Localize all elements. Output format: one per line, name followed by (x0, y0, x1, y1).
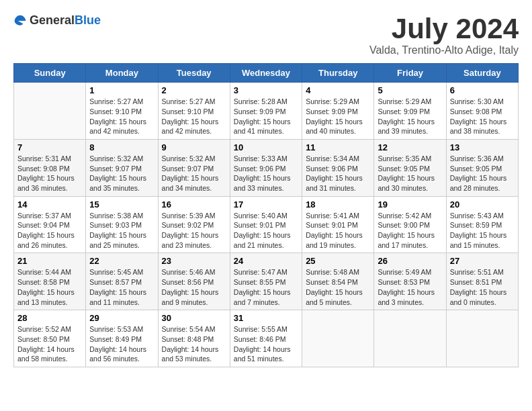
day-cell: 17Sunrise: 5:40 AM Sunset: 9:01 PM Dayli… (230, 196, 302, 253)
day-cell: 27Sunrise: 5:51 AM Sunset: 8:51 PM Dayli… (446, 253, 518, 310)
day-number: 21 (17, 256, 82, 266)
day-cell: 18Sunrise: 5:41 AM Sunset: 9:01 PM Dayli… (302, 196, 374, 253)
day-cell: 4Sunrise: 5:29 AM Sunset: 9:09 PM Daylig… (302, 83, 374, 140)
day-info: Sunrise: 5:45 AM Sunset: 8:57 PM Dayligh… (89, 267, 154, 307)
day-info: Sunrise: 5:32 AM Sunset: 9:07 PM Dayligh… (89, 154, 154, 193)
day-info: Sunrise: 5:41 AM Sunset: 9:01 PM Dayligh… (306, 211, 370, 250)
day-info: Sunrise: 5:44 AM Sunset: 8:58 PM Dayligh… (17, 267, 82, 307)
day-number: 1 (89, 85, 154, 95)
day-info: Sunrise: 5:49 AM Sunset: 8:53 PM Dayligh… (378, 267, 442, 307)
day-cell: 24Sunrise: 5:47 AM Sunset: 8:55 PM Dayli… (230, 253, 302, 310)
day-number: 3 (234, 85, 298, 95)
day-number: 7 (17, 142, 82, 152)
week-row-4: 21Sunrise: 5:44 AM Sunset: 8:58 PM Dayli… (14, 253, 519, 310)
day-info: Sunrise: 5:36 AM Sunset: 9:05 PM Dayligh… (450, 154, 515, 193)
day-info: Sunrise: 5:29 AM Sunset: 9:09 PM Dayligh… (378, 97, 442, 136)
day-info: Sunrise: 5:37 AM Sunset: 9:04 PM Dayligh… (17, 211, 82, 250)
day-cell: 8Sunrise: 5:32 AM Sunset: 9:07 PM Daylig… (86, 139, 158, 196)
title-area: July 2024 Valda, Trentino-Alto Adige, It… (369, 13, 519, 56)
day-info: Sunrise: 5:33 AM Sunset: 9:06 PM Dayligh… (234, 154, 298, 193)
day-number: 17 (234, 199, 298, 210)
day-info: Sunrise: 5:53 AM Sunset: 8:49 PM Dayligh… (89, 324, 154, 364)
day-cell: 11Sunrise: 5:34 AM Sunset: 9:06 PM Dayli… (302, 139, 374, 196)
day-header-friday: Friday (374, 64, 446, 83)
day-header-thursday: Thursday (302, 64, 374, 83)
header-row: SundayMondayTuesdayWednesdayThursdayFrid… (14, 64, 519, 83)
day-info: Sunrise: 5:39 AM Sunset: 9:02 PM Dayligh… (162, 211, 226, 250)
week-row-3: 14Sunrise: 5:37 AM Sunset: 9:04 PM Dayli… (14, 196, 519, 253)
day-info: Sunrise: 5:43 AM Sunset: 8:59 PM Dayligh… (450, 211, 515, 250)
day-number: 24 (234, 256, 298, 266)
day-cell (446, 310, 518, 367)
day-info: Sunrise: 5:42 AM Sunset: 9:00 PM Dayligh… (378, 211, 442, 250)
day-number: 20 (450, 199, 515, 210)
day-cell (374, 310, 446, 367)
day-cell: 19Sunrise: 5:42 AM Sunset: 9:00 PM Dayli… (374, 196, 446, 253)
day-info: Sunrise: 5:34 AM Sunset: 9:06 PM Dayligh… (306, 154, 370, 193)
day-cell: 1Sunrise: 5:27 AM Sunset: 9:10 PM Daylig… (86, 83, 158, 140)
day-cell: 9Sunrise: 5:32 AM Sunset: 9:07 PM Daylig… (158, 139, 230, 196)
day-number: 26 (378, 256, 442, 266)
day-number: 2 (162, 85, 226, 95)
day-cell (302, 310, 374, 367)
day-cell: 16Sunrise: 5:39 AM Sunset: 9:02 PM Dayli… (158, 196, 230, 253)
logo-general: General (30, 13, 75, 27)
day-number: 15 (89, 199, 154, 210)
day-number: 10 (234, 142, 298, 152)
day-number: 31 (234, 313, 298, 323)
day-number: 18 (306, 199, 370, 210)
day-info: Sunrise: 5:46 AM Sunset: 8:56 PM Dayligh… (162, 267, 226, 307)
day-cell: 13Sunrise: 5:36 AM Sunset: 9:05 PM Dayli… (446, 139, 518, 196)
week-row-2: 7Sunrise: 5:31 AM Sunset: 9:08 PM Daylig… (14, 139, 519, 196)
day-number: 23 (162, 256, 226, 266)
day-number: 8 (89, 142, 154, 152)
day-cell: 12Sunrise: 5:35 AM Sunset: 9:05 PM Dayli… (374, 139, 446, 196)
day-header-sunday: Sunday (14, 64, 86, 83)
day-cell: 28Sunrise: 5:52 AM Sunset: 8:50 PM Dayli… (14, 310, 86, 367)
day-cell: 21Sunrise: 5:44 AM Sunset: 8:58 PM Dayli… (14, 253, 86, 310)
day-number: 30 (162, 313, 226, 323)
week-row-1: 1Sunrise: 5:27 AM Sunset: 9:10 PM Daylig… (14, 83, 519, 140)
day-cell: 22Sunrise: 5:45 AM Sunset: 8:57 PM Dayli… (86, 253, 158, 310)
location-title: Valda, Trentino-Alto Adige, Italy (369, 44, 519, 56)
logo: GeneralBlue (13, 13, 101, 28)
day-cell: 10Sunrise: 5:33 AM Sunset: 9:06 PM Dayli… (230, 139, 302, 196)
day-number: 22 (89, 256, 154, 266)
day-info: Sunrise: 5:27 AM Sunset: 9:10 PM Dayligh… (89, 97, 154, 136)
day-info: Sunrise: 5:30 AM Sunset: 9:08 PM Dayligh… (450, 97, 515, 136)
day-number: 14 (17, 199, 82, 210)
day-info: Sunrise: 5:38 AM Sunset: 9:03 PM Dayligh… (89, 211, 154, 250)
week-row-5: 28Sunrise: 5:52 AM Sunset: 8:50 PM Dayli… (14, 310, 519, 367)
day-info: Sunrise: 5:29 AM Sunset: 9:09 PM Dayligh… (306, 97, 370, 136)
day-info: Sunrise: 5:28 AM Sunset: 9:09 PM Dayligh… (234, 97, 298, 136)
day-info: Sunrise: 5:40 AM Sunset: 9:01 PM Dayligh… (234, 211, 298, 250)
day-cell: 15Sunrise: 5:38 AM Sunset: 9:03 PM Dayli… (86, 196, 158, 253)
day-cell: 3Sunrise: 5:28 AM Sunset: 9:09 PM Daylig… (230, 83, 302, 140)
day-number: 27 (450, 256, 515, 266)
day-cell: 30Sunrise: 5:54 AM Sunset: 8:48 PM Dayli… (158, 310, 230, 367)
day-cell: 25Sunrise: 5:48 AM Sunset: 8:54 PM Dayli… (302, 253, 374, 310)
day-number: 16 (162, 199, 226, 210)
day-header-tuesday: Tuesday (158, 64, 230, 83)
calendar-table: SundayMondayTuesdayWednesdayThursdayFrid… (13, 63, 519, 367)
day-number: 29 (89, 313, 154, 323)
day-number: 12 (378, 142, 442, 152)
day-cell: 26Sunrise: 5:49 AM Sunset: 8:53 PM Dayli… (374, 253, 446, 310)
day-number: 4 (306, 85, 370, 95)
day-header-saturday: Saturday (446, 64, 518, 83)
day-info: Sunrise: 5:55 AM Sunset: 8:46 PM Dayligh… (234, 324, 298, 364)
day-info: Sunrise: 5:32 AM Sunset: 9:07 PM Dayligh… (162, 154, 226, 193)
day-cell: 31Sunrise: 5:55 AM Sunset: 8:46 PM Dayli… (230, 310, 302, 367)
day-cell: 5Sunrise: 5:29 AM Sunset: 9:09 PM Daylig… (374, 83, 446, 140)
day-cell (14, 83, 86, 140)
day-info: Sunrise: 5:31 AM Sunset: 9:08 PM Dayligh… (17, 154, 82, 193)
day-header-monday: Monday (86, 64, 158, 83)
day-info: Sunrise: 5:35 AM Sunset: 9:05 PM Dayligh… (378, 154, 442, 193)
day-number: 9 (162, 142, 226, 152)
day-cell: 23Sunrise: 5:46 AM Sunset: 8:56 PM Dayli… (158, 253, 230, 310)
day-cell: 29Sunrise: 5:53 AM Sunset: 8:49 PM Dayli… (86, 310, 158, 367)
day-cell: 6Sunrise: 5:30 AM Sunset: 9:08 PM Daylig… (446, 83, 518, 140)
day-header-wednesday: Wednesday (230, 64, 302, 83)
day-cell: 7Sunrise: 5:31 AM Sunset: 9:08 PM Daylig… (14, 139, 86, 196)
day-number: 25 (306, 256, 370, 266)
